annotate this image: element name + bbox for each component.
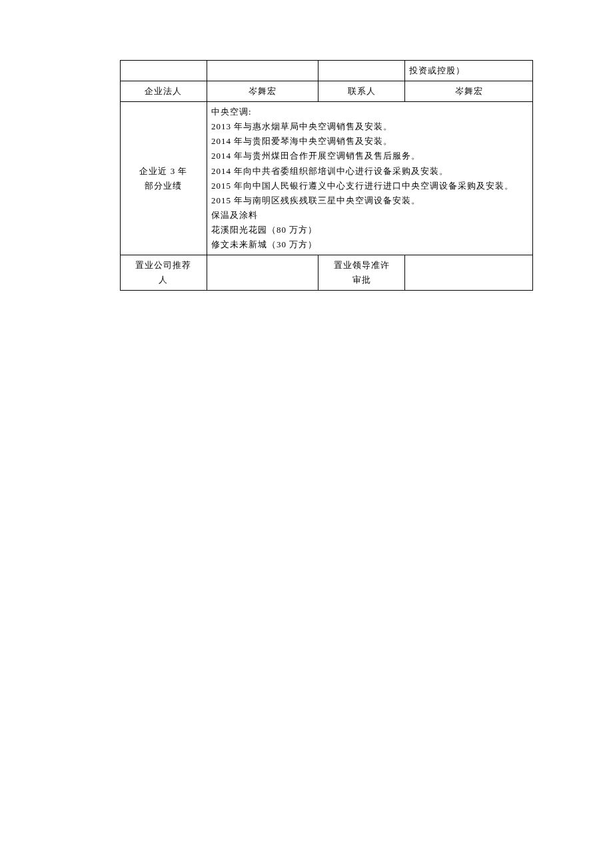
label-text: 企业近 3 年 [139, 166, 187, 176]
label-text: 部分业绩 [145, 181, 182, 191]
value-legal-person: 岑舞宏 [207, 81, 318, 102]
achievement-line: 2015 年与南明区残疾残联三星中央空调设备安装。 [211, 193, 528, 208]
achievement-line: 2013 年与惠水烟草局中央空调销售及安装。 [211, 119, 528, 134]
achievement-line: 花溪阳光花园（80 万方） [211, 223, 528, 237]
label-legal-person: 企业法人 [121, 81, 207, 102]
label-approval: 置业领导准许 审批 [318, 255, 405, 291]
cell-blank [121, 61, 207, 81]
cell-blank [207, 61, 318, 81]
label-achievements: 企业近 3 年 部分业绩 [121, 102, 207, 255]
value-approval [405, 255, 533, 291]
cell-blank [318, 61, 405, 81]
label-text: 置业领导准许 [334, 260, 390, 270]
label-contact: 联系人 [318, 81, 405, 102]
value-achievements: 中央空调: 2013 年与惠水烟草局中央空调销售及安装。 2014 年与贵阳爱琴… [207, 102, 532, 255]
label-text: 置业公司推荐 [135, 260, 191, 270]
info-table: 投资或控股） 企业法人 岑舞宏 联系人 岑舞宏 企业近 3 年 部分业绩 中央空… [120, 60, 533, 291]
table-row: 企业近 3 年 部分业绩 中央空调: 2013 年与惠水烟草局中央空调销售及安装… [121, 102, 533, 255]
value-recommender [207, 255, 318, 291]
table-row: 置业公司推荐 人 置业领导准许 审批 [121, 255, 533, 291]
achievement-line: 2014 年与贵阳爱琴海中央空调销售及安装。 [211, 134, 528, 149]
label-text: 人 [159, 275, 168, 285]
achievement-line: 修文未来新城（30 万方） [211, 237, 528, 252]
label-recommender: 置业公司推荐 人 [121, 255, 207, 291]
achievement-line: 2015 年向中国人民银行遵义中心支行进行进口中央空调设备采购及安装。 [211, 179, 528, 193]
achievement-line: 保温及涂料 [211, 208, 528, 223]
table-row: 企业法人 岑舞宏 联系人 岑舞宏 [121, 81, 533, 102]
value-contact: 岑舞宏 [405, 81, 533, 102]
document-page: 投资或控股） 企业法人 岑舞宏 联系人 岑舞宏 企业近 3 年 部分业绩 中央空… [0, 0, 613, 868]
achievement-line: 中央空调: [211, 105, 528, 119]
table-row: 投资或控股） [121, 61, 533, 81]
label-text: 审批 [352, 275, 371, 285]
achievement-line: 2014 年与贵州煤田合作开展空调销售及售后服务。 [211, 149, 528, 163]
cell-investment-note: 投资或控股） [405, 61, 533, 81]
achievement-line: 2014 年向中共省委组织部培训中心进行设备采购及安装。 [211, 164, 528, 179]
